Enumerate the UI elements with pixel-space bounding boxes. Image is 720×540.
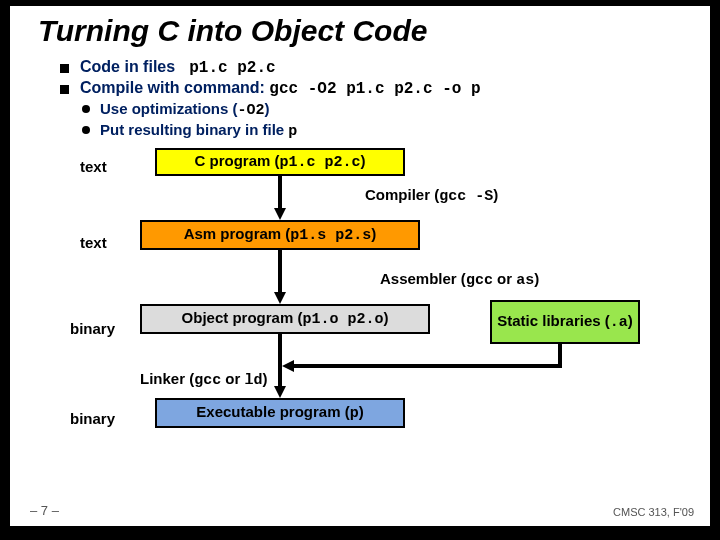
flow-diagram: text text binary binary C program (p1.c … — [10, 150, 710, 490]
arrow-stem — [278, 250, 282, 294]
inline-code: -O2 — [238, 102, 265, 119]
label-text: or — [493, 270, 516, 287]
arrow-stem — [292, 364, 562, 368]
bullet-list: Code in files p1.c p2.c Compile with com… — [10, 48, 710, 140]
bullet-item: Compile with command: gcc -O2 p1.c p2.c … — [60, 79, 710, 98]
box-asm-program: Asm program (p1.s p2.s) — [140, 220, 420, 250]
slide: Turning C into Object Code Code in files… — [10, 6, 710, 526]
box-text: ) — [383, 309, 388, 326]
label-text: ) — [493, 186, 498, 203]
side-label-text: text — [80, 234, 107, 251]
inline-code: as — [516, 272, 534, 289]
slide-title: Turning C into Object Code — [10, 6, 710, 48]
bullet-text: Use optimizations ( — [100, 100, 238, 117]
label-text: or — [221, 370, 244, 387]
arrow-down-icon — [274, 208, 286, 220]
bullet-text: Put resulting binary in file — [100, 121, 288, 138]
side-label-binary: binary — [70, 410, 115, 427]
box-text: ) — [628, 312, 633, 329]
inline-code: gcc — [466, 272, 493, 289]
box-static-libraries: Static libraries (.a) — [490, 300, 640, 344]
inline-code: gcc -O2 p1.c p2.c -o p — [269, 80, 480, 98]
arrow-stem — [278, 176, 282, 210]
box-text: ) — [359, 403, 364, 420]
box-c-program: C program (p1.c p2.c) — [155, 148, 405, 176]
box-executable: Executable program (p) — [155, 398, 405, 428]
step-assembler-label: Assembler (gcc or as) — [380, 270, 539, 289]
inline-code: p1.c p2.c — [280, 154, 361, 171]
box-text: Asm program ( — [184, 225, 291, 242]
inline-code: ld — [245, 372, 263, 389]
box-text: Static libraries ( — [497, 312, 610, 329]
label-text: Compiler ( — [365, 186, 439, 203]
inline-code: gcc — [194, 372, 221, 389]
arrow-down-icon — [274, 386, 286, 398]
label-text: ) — [534, 270, 539, 287]
box-text: ) — [371, 225, 376, 242]
step-linker-label: Linker (gcc or ld) — [140, 370, 268, 389]
label-text: Linker ( — [140, 370, 194, 387]
arrow-down-icon — [274, 292, 286, 304]
box-text: C program ( — [194, 152, 279, 169]
box-text: Object program ( — [182, 309, 303, 326]
inline-code: .a — [610, 314, 628, 331]
course-label: CMSC 313, F'09 — [613, 506, 694, 518]
label-text: ) — [263, 370, 268, 387]
inline-code: p1.c p2.c — [180, 59, 276, 77]
inline-code: gcc -S — [439, 188, 493, 205]
bullet-text: Compile with command: — [80, 79, 269, 96]
inline-code: p — [350, 405, 359, 422]
bullet-text: Code in files — [80, 58, 180, 75]
inline-code: p1.s p2.s — [290, 227, 371, 244]
inline-code: p — [288, 123, 297, 140]
bullet-item: Code in files p1.c p2.c — [60, 58, 710, 77]
bullet-text: ) — [265, 100, 270, 117]
sub-bullet-item: Put resulting binary in file p — [82, 121, 710, 140]
step-compiler-label: Compiler (gcc -S) — [365, 186, 498, 205]
side-label-text: text — [80, 158, 107, 175]
arrow-left-icon — [282, 360, 294, 372]
box-object-program: Object program (p1.o p2.o) — [140, 304, 430, 334]
page-number: – 7 – — [30, 503, 59, 518]
box-text: Executable program ( — [196, 403, 349, 420]
box-text: ) — [361, 152, 366, 169]
label-text: Assembler ( — [380, 270, 466, 287]
sub-bullet-item: Use optimizations (-O2) — [82, 100, 710, 119]
side-label-binary: binary — [70, 320, 115, 337]
inline-code: p1.o p2.o — [302, 311, 383, 328]
